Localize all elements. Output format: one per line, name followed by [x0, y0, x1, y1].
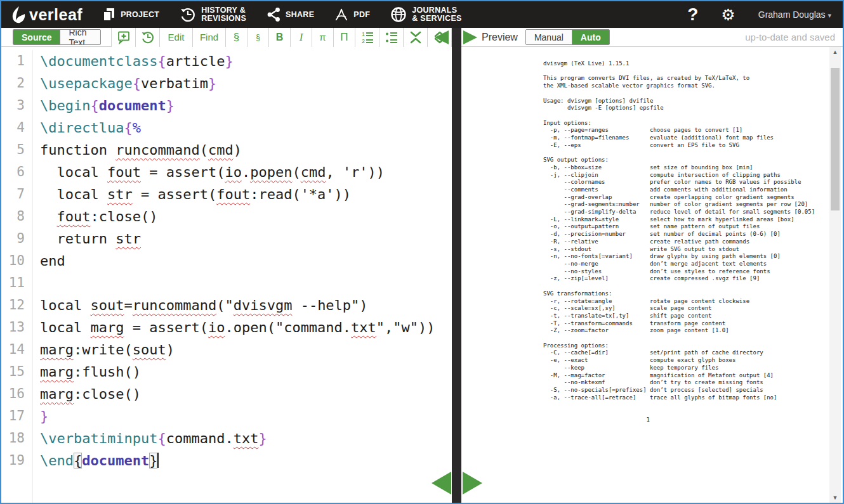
comment-plus-icon: [117, 30, 131, 44]
code-line: }: [40, 405, 452, 427]
add-comment-button[interactable]: [112, 28, 136, 47]
section-button[interactable]: §: [226, 28, 247, 47]
logo-text: verleaf: [29, 6, 82, 24]
nav-item-journals-services[interactable]: JOURNALS& SERVICES: [390, 6, 462, 23]
italic-button[interactable]: I: [291, 28, 312, 47]
scroll-up-arrow[interactable]: ▲: [829, 47, 841, 57]
line-number: 11: [1, 272, 25, 294]
nav-item-project[interactable]: PROJECT: [102, 7, 159, 22]
collapse-panes-button[interactable]: [404, 28, 428, 47]
code-line: \end{document}: [40, 449, 452, 472]
code-line: local fout = assert(io.popen(cmd, 'r')): [40, 161, 452, 183]
line-number: 7: [1, 183, 25, 205]
navbar-menu: PROJECT HISTORY &REVISIONS: [102, 6, 462, 23]
nav-item-share[interactable]: SHARE: [267, 7, 314, 22]
editor-pane: Source Rich Text: [1, 28, 452, 503]
collapse-editor-left-arrow[interactable]: [435, 30, 449, 44]
nav-label: PROJECT: [121, 11, 159, 19]
nav-label-line2: & SERVICES: [412, 14, 462, 23]
undo-clock-icon: [141, 30, 155, 44]
preview-toolbar: Preview Manual Auto up-to-date and saved: [461, 28, 843, 47]
source-editor[interactable]: 12345678910111213141516171819 \documentc…: [1, 47, 452, 503]
subsection-button[interactable]: §: [247, 28, 269, 47]
line-number: 8: [1, 205, 25, 228]
bullet-list-icon: [385, 30, 399, 44]
pdf-viewer: dvisvgm (TeX Live) 1.15.1 This program c…: [461, 47, 843, 503]
settings-gear-icon[interactable]: ⚙: [721, 7, 735, 23]
line-number: 13: [1, 316, 25, 339]
preview-pane: Preview Manual Auto up-to-date and saved…: [461, 28, 843, 503]
help-button[interactable]: ?: [687, 6, 698, 23]
chevron-down-icon: ▾: [828, 11, 831, 19]
code-line: fout:close(): [40, 205, 452, 228]
nav-item-history-revisions[interactable]: HISTORY &REVISIONS: [180, 6, 246, 23]
inline-math-button[interactable]: π: [312, 28, 334, 47]
code-line: return str: [40, 228, 452, 250]
pane-divider[interactable]: [452, 28, 461, 503]
numbered-list-icon: 1 2: [360, 30, 374, 44]
line-number: 19: [1, 449, 25, 472]
history-button[interactable]: [136, 28, 160, 47]
gutter: 12345678910111213141516171819: [1, 50, 33, 503]
line-number: 5: [1, 139, 25, 161]
project-pages-icon: [102, 7, 115, 22]
compile-manual-button[interactable]: Manual: [526, 30, 572, 44]
code-line: marg:write(sout): [40, 339, 452, 361]
editor-toolbar: Source Rich Text: [1, 28, 452, 47]
main-split: Source Rich Text: [1, 28, 843, 503]
line-number: 16: [1, 383, 25, 405]
overleaf-logo[interactable]: verleaf: [10, 5, 82, 24]
pdf-scrollbar[interactable]: ▲ ▼: [829, 47, 841, 503]
numbered-list-button[interactable]: 1 2: [355, 28, 379, 47]
tab-rich-text[interactable]: Rich Text: [60, 30, 100, 44]
code-line: local marg = assert(io.open("command.txt…: [40, 316, 452, 339]
line-number: 18: [1, 427, 25, 449]
nav-label-line2: REVISIONS: [201, 14, 246, 23]
chevrons-collapse-icon: [409, 30, 423, 44]
find-button[interactable]: Find: [193, 28, 226, 47]
pdf-acrobat-icon: [334, 7, 348, 22]
line-number: 3: [1, 94, 25, 117]
nav-item-pdf[interactable]: PDF: [334, 7, 370, 22]
globe-icon: [390, 6, 407, 23]
user-menu[interactable]: Graham Douglas ▾: [758, 10, 831, 20]
bold-button[interactable]: B: [269, 28, 291, 47]
code-line: \usepackage{verbatim}: [40, 72, 452, 94]
scrollbar-thumb[interactable]: [831, 68, 840, 210]
nav-label: SHARE: [286, 11, 314, 19]
collapse-right-arrow-bottom[interactable]: [463, 472, 482, 494]
code-line: marg:close(): [40, 383, 452, 405]
preview-label: Preview: [482, 32, 518, 43]
collapse-preview-right-arrow[interactable]: [463, 30, 477, 44]
line-number: 12: [1, 294, 25, 316]
leaf-icon: [10, 5, 28, 24]
user-name: Graham Douglas: [758, 10, 826, 20]
line-number: 6: [1, 161, 25, 183]
code-area[interactable]: \documentclass{article}\usepackage{verba…: [33, 50, 452, 503]
tab-source[interactable]: Source: [13, 30, 60, 44]
code-line: [40, 272, 452, 294]
collapse-left-arrow-bottom[interactable]: [432, 472, 451, 494]
edit-button[interactable]: Edit: [160, 28, 193, 47]
save-status: up-to-date and saved: [745, 32, 835, 42]
nav-label-line1: HISTORY &: [201, 6, 246, 15]
share-icon: [267, 7, 280, 22]
display-math-button[interactable]: Π: [334, 28, 355, 47]
code-line: local sout=runcommand("dvisvgm --help"): [40, 294, 452, 316]
compile-mode-toggle: Manual Auto: [525, 29, 610, 45]
code-line: end: [40, 250, 452, 272]
code-line: marg:flush(): [40, 361, 452, 383]
bullet-list-button[interactable]: [379, 28, 404, 47]
nav-label: PDF: [353, 11, 370, 19]
compile-auto-button[interactable]: Auto: [572, 30, 609, 44]
code-line: \documentclass{article}: [40, 50, 452, 72]
pdf-text: dvisvgm (TeX Live) 1.15.1 This program c…: [543, 60, 815, 423]
line-number: 10: [1, 250, 25, 272]
line-number: 15: [1, 361, 25, 383]
scroll-down-arrow[interactable]: ▼: [829, 493, 841, 503]
line-number: 9: [1, 228, 25, 250]
line-number: 1: [1, 50, 25, 72]
history-clock-icon: [180, 6, 196, 23]
line-number: 14: [1, 339, 25, 361]
svg-text:1: 1: [362, 31, 365, 37]
